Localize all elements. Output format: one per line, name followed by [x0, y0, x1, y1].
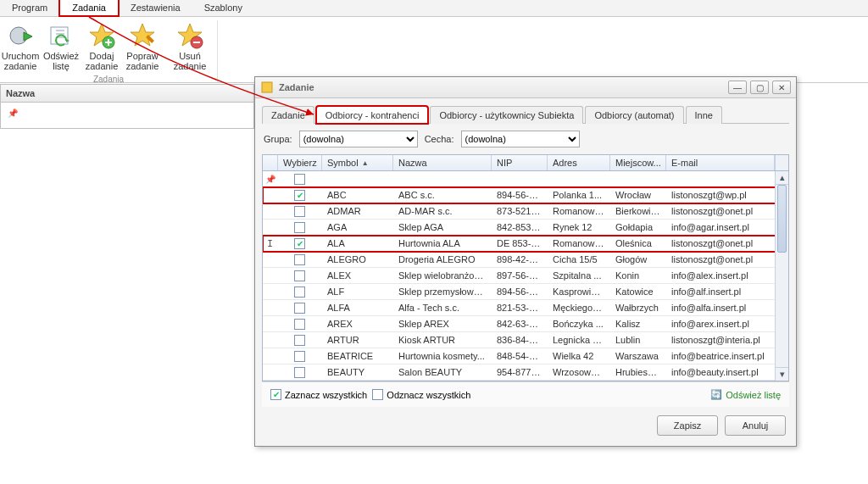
menu-zestawienia[interactable]: Zestawienia — [119, 0, 192, 16]
filter-checkbox[interactable] — [278, 174, 322, 185]
row-checkbox[interactable] — [278, 206, 322, 217]
tab-zadanie[interactable]: Zadanie — [262, 106, 314, 124]
cell-adres: Romanows... — [548, 206, 610, 216]
scroll-thumb[interactable] — [777, 185, 787, 253]
tab-inne[interactable]: Inne — [686, 106, 722, 124]
label: Usuń zadanie — [174, 51, 207, 71]
cell-nazwa: Sklep AREX — [393, 319, 492, 329]
svg-rect-10 — [262, 82, 272, 92]
refresh-icon: 🔄 — [710, 389, 722, 400]
row-checkbox[interactable] — [278, 351, 322, 362]
ribbon-usun-zadanie[interactable]: Usuń zadanie — [163, 20, 217, 73]
grupa-select[interactable]: (dowolna) — [299, 131, 418, 147]
table-row[interactable]: ALFAAlfa - Tech s.c.821-53-1...Męckiego … — [263, 300, 788, 316]
table-row[interactable]: BEATRICEHurtownia kosmety...848-54-5...W… — [263, 348, 788, 364]
menu-zadania[interactable]: Zadania — [59, 0, 119, 16]
filter-bar: Grupa: (dowolna) Cecha: (dowolna) — [255, 124, 796, 154]
star-add-icon — [88, 22, 115, 49]
col-miejscowosc[interactable]: Miejscow... — [610, 155, 666, 170]
col-nazwa[interactable]: Nazwa — [393, 155, 492, 170]
ribbon-popraw-zadanie[interactable]: Poprawzadanie — [122, 20, 163, 73]
row-checkbox[interactable] — [278, 335, 322, 346]
tab-odbiorcy-uzytkownicy[interactable]: Odbiorcy - użytkownicy Subiekta — [430, 106, 583, 124]
tab-odbiorcy-kontrahenci[interactable]: Odbiorcy - kontrahenci — [316, 106, 429, 124]
table-row[interactable]: ADMARAD-MAR s.c.873-521-...Romanows...Bi… — [263, 203, 788, 220]
cell-nazwa: Hurtownia kosmety... — [393, 351, 492, 361]
table-row[interactable]: ALEGRODrogeria ALEGRO898-42-4...Cicha 15… — [263, 252, 788, 268]
select-all-label[interactable]: Zaznacz wszystkich — [285, 390, 367, 400]
row-checkbox[interactable]: ✔ — [278, 238, 322, 249]
row-checkbox[interactable] — [278, 319, 322, 330]
cecha-select[interactable]: (dowolna) — [461, 131, 580, 147]
cell-nip: DE 853-7... — [492, 238, 548, 248]
col-wybierz[interactable]: Wybierz — [278, 155, 322, 170]
cell-nip: 898-42-4... — [492, 254, 548, 264]
scroll-down-icon[interactable]: ▾ — [776, 367, 788, 381]
filter-indicator: 📌 — [263, 175, 278, 184]
table-row[interactable]: ALEXSklep wielobranżow...897-56-8...Szpi… — [263, 268, 788, 284]
dialog-titlebar[interactable]: Zadanie — ▢ ✕ — [255, 77, 796, 98]
cell-nazwa: AD-MAR s.c. — [393, 206, 492, 216]
filter-row-icon[interactable]: 📌 — [8, 108, 18, 118]
ribbon-uruchom-zadanie[interactable]: Uruchomzadanie — [0, 20, 41, 73]
cell-symbol: AREX — [322, 319, 393, 329]
cell-symbol: ALEX — [322, 270, 393, 281]
menu-program[interactable]: Program — [0, 0, 59, 16]
ribbon-group-zadania: Uruchomzadanie Odświeżlistę Dodajzadanie… — [0, 20, 218, 82]
sort-asc-icon: ▲ — [362, 159, 369, 167]
grid-filter-row[interactable]: 📌 — [263, 171, 788, 187]
maximize-button[interactable]: ▢ — [750, 81, 769, 94]
minimize-button[interactable]: — — [728, 81, 747, 94]
cell-nip: 954-877-... — [492, 367, 548, 377]
col-symbol[interactable]: Symbol▲ — [322, 155, 393, 170]
cell-adres: Szpitalna ... — [548, 270, 610, 281]
table-row[interactable]: ALFSklep przemysłowy ...894-56-8...Kaspr… — [263, 284, 788, 300]
table-row[interactable]: I✔ALAHurtownia ALADE 853-7...Romanows...… — [263, 236, 788, 252]
deselect-all-checkbox[interactable] — [372, 389, 383, 400]
tab-odbiorcy-automat[interactable]: Odbiorcy (automat) — [585, 106, 683, 124]
cell-email: info@alex.insert.pl — [666, 270, 788, 281]
table-row[interactable]: BEAUTYSalon BEAUTY954-877-...Wrzosowa ..… — [263, 364, 788, 381]
row-checkbox[interactable] — [278, 254, 322, 265]
row-checkbox[interactable] — [278, 222, 322, 233]
select-all-checkbox[interactable]: ✔ — [270, 389, 281, 400]
ribbon-odswiez-liste[interactable]: Odświeżlistę — [41, 20, 81, 73]
cell-adres: Rynek 12 — [548, 222, 610, 232]
close-button[interactable]: ✕ — [772, 81, 791, 94]
col-indicator[interactable] — [263, 155, 278, 170]
scroll-up-icon[interactable]: ▴ — [776, 171, 788, 185]
column-header-nazwa[interactable]: Nazwa — [1, 85, 253, 103]
deselect-all-label[interactable]: Odznacz wszystkich — [387, 390, 470, 400]
cell-symbol: ALF — [322, 287, 393, 297]
table-row[interactable]: AGASklep AGA842-853-...Rynek 12Gołdapiai… — [263, 220, 788, 236]
ribbon-dodaj-zadanie[interactable]: Dodajzadanie — [81, 20, 122, 73]
cell-nazwa: Kiosk ARTUR — [393, 335, 492, 345]
table-row[interactable]: ✔ABCABC s.c.894-56-5...Polanka 1...Wrocł… — [263, 187, 788, 203]
cell-nazwa: Salon BEAUTY — [393, 367, 492, 377]
cell-email: listonoszgt@onet.pl — [666, 238, 788, 248]
refresh-label: Odśwież listę — [726, 390, 781, 400]
cell-miejscowosc: Hrubieszów — [610, 367, 666, 377]
table-row[interactable]: ARTURKiosk ARTUR836-84-6...Legnicka 5...… — [263, 332, 788, 348]
row-checkbox[interactable] — [278, 303, 322, 314]
label: Uruchom — [2, 51, 40, 61]
table-row[interactable]: AREXSklep AREX842-63-6...Bończyka ...Kal… — [263, 316, 788, 332]
col-nip[interactable]: NIP — [492, 155, 548, 170]
col-adres[interactable]: Adres — [548, 155, 610, 170]
refresh-list-link[interactable]: 🔄 Odśwież listę — [710, 389, 781, 400]
cell-email: info@alfa.insert.pl — [666, 303, 788, 313]
grid-header: Wybierz Symbol▲ Nazwa NIP Adres Miejscow… — [263, 155, 788, 171]
col-email[interactable]: E-mail — [666, 155, 775, 170]
grupa-label: Grupa: — [264, 134, 292, 144]
grid-footer: ✔ Zaznacz wszystkich Odznacz wszystkich … — [262, 381, 789, 407]
cell-nip: 842-853-... — [492, 222, 548, 232]
cancel-button[interactable]: Anuluj — [725, 415, 786, 436]
row-checkbox[interactable] — [278, 367, 322, 378]
row-checkbox[interactable] — [278, 287, 322, 298]
menu-szablony[interactable]: Szablony — [192, 0, 254, 16]
grid-scrollbar[interactable]: ▴ ▾ — [775, 171, 788, 381]
row-checkbox[interactable] — [278, 270, 322, 281]
save-button[interactable]: Zapisz — [657, 415, 718, 436]
cell-nip: 897-56-8... — [492, 270, 548, 281]
row-checkbox[interactable]: ✔ — [278, 190, 322, 201]
